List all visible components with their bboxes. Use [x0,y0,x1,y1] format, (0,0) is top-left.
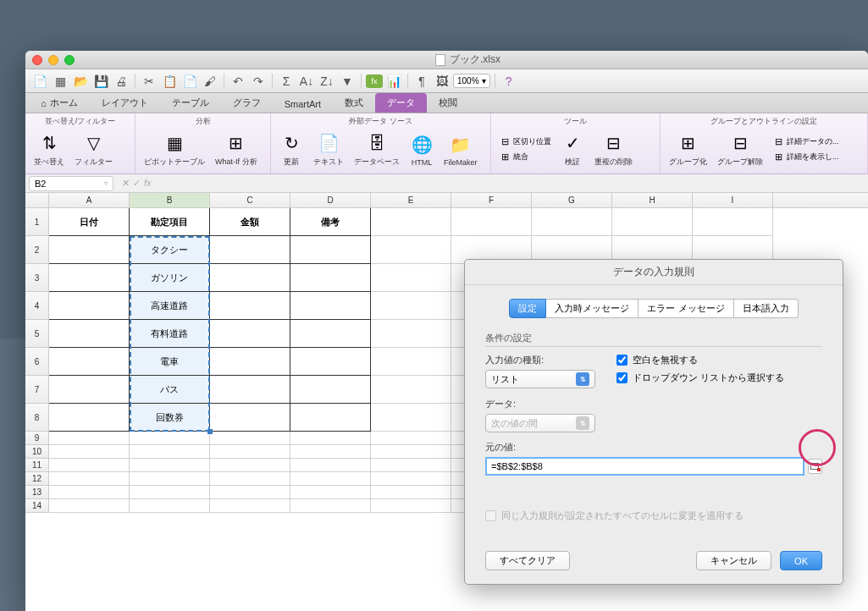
cell[interactable] [371,445,451,459]
clear-all-button[interactable]: すべてクリア [485,551,570,570]
cell[interactable] [49,445,130,459]
new-icon[interactable]: 📄 [30,72,49,91]
filter-button[interactable]: ▽フィルター [71,129,116,169]
cancel-button[interactable]: キャンセル [696,551,771,570]
cell[interactable] [210,348,290,376]
group-button[interactable]: ⊞グループ化 [666,129,710,169]
sort-za-icon[interactable]: Z↓ [318,72,336,91]
cell[interactable] [290,376,371,404]
row-header[interactable]: 1 [25,208,49,236]
cell[interactable] [290,264,371,292]
cell[interactable]: 高速道路 [130,292,210,320]
cell[interactable] [371,472,451,486]
cell[interactable] [49,320,130,348]
cell[interactable] [49,348,130,376]
row-header[interactable]: 13 [25,486,49,499]
format-painter-icon[interactable]: 🖌 [201,72,219,91]
cell[interactable]: 備考 [290,208,371,236]
cell[interactable]: 回数券 [130,404,210,432]
html-button[interactable]: 🌐HTML [406,131,437,168]
cell[interactable] [290,472,371,486]
whatif-button[interactable]: ⊞What-If 分析 [212,129,261,169]
col-header-a[interactable]: A [49,193,130,207]
cancel-formula-icon[interactable]: ✕ [122,178,130,189]
select-all-corner[interactable] [25,193,49,207]
undo-icon[interactable]: ↶ [229,72,247,91]
text-to-columns-button[interactable]: ⊟区切り位置 [496,135,554,149]
cell[interactable] [210,292,290,320]
cell[interactable] [210,486,290,499]
dialog-tab-settings[interactable]: 設定 [509,299,546,318]
dropdown-checkbox[interactable] [616,372,628,383]
cell[interactable]: 勘定項目 [130,208,210,236]
cell[interactable] [371,348,451,376]
help-icon[interactable]: ? [500,72,518,91]
print-icon[interactable]: 🖨 [112,72,130,91]
col-header-i[interactable]: I [693,193,773,207]
cell[interactable] [290,486,371,499]
open-icon[interactable]: 📂 [71,72,90,91]
tab-smartart[interactable]: SmartArt [273,96,333,113]
cell[interactable] [49,236,130,264]
col-header-e[interactable]: E [371,193,451,207]
col-header-g[interactable]: G [532,193,612,207]
cell[interactable]: 電車 [130,348,210,376]
cut-icon[interactable]: ✂ [140,72,158,91]
filter-toolbar-icon[interactable]: ▼ [338,72,357,91]
show-hide-icon[interactable]: ¶ [412,72,431,91]
col-header-d[interactable]: D [290,193,371,207]
col-header-h[interactable]: H [612,193,693,207]
type-select[interactable]: リスト⇅ [485,370,595,388]
tab-chart[interactable]: グラフ [221,93,273,113]
cell[interactable] [290,348,371,376]
pivot-button[interactable]: ▦ピボットテーブル [141,129,208,169]
cell[interactable]: ガソリン [130,264,210,292]
row-header[interactable]: 11 [25,459,49,472]
dialog-tab-ime[interactable]: 日本語入力 [734,299,799,318]
cell[interactable] [210,376,290,404]
cell[interactable] [49,486,130,499]
cell[interactable] [210,320,290,348]
cell[interactable] [371,236,451,264]
cell[interactable] [290,432,371,445]
range-selector-button[interactable] [808,459,822,474]
cell[interactable] [210,236,290,264]
cell[interactable] [130,486,210,499]
cell[interactable] [210,459,290,472]
cell[interactable] [290,459,371,472]
cell[interactable] [371,459,451,472]
cell[interactable] [290,292,371,320]
cell[interactable] [210,404,290,432]
cell[interactable] [371,499,451,513]
cell[interactable] [130,445,210,459]
maximize-button[interactable] [64,55,75,65]
chart-icon[interactable]: 📊 [384,72,403,91]
cell[interactable] [371,208,451,236]
save-icon[interactable]: 💾 [91,72,110,91]
cell[interactable] [371,320,451,348]
hide-detail-button[interactable]: ⊟詳細データの... [770,135,842,149]
cell[interactable] [49,292,130,320]
cell[interactable] [371,432,451,445]
redo-icon[interactable]: ↷ [249,72,268,91]
cell[interactable] [49,432,130,445]
cell[interactable] [130,499,210,513]
filemaker-button[interactable]: 📁FileMaker [440,131,481,168]
source-input[interactable] [485,457,804,476]
sort-button[interactable]: ⇅並べ替え [30,129,68,169]
row-header[interactable]: 6 [25,348,49,376]
col-header-c[interactable]: C [210,193,290,207]
ignore-blank-checkbox[interactable] [616,355,628,366]
cell[interactable] [210,499,290,513]
cell[interactable] [210,472,290,486]
cell[interactable] [210,445,290,459]
tab-table[interactable]: テーブル [160,93,221,113]
row-header[interactable]: 5 [25,320,49,348]
zoom-selector[interactable]: 100%▾ [453,74,490,88]
cell[interactable] [371,376,451,404]
row-header[interactable]: 3 [25,264,49,292]
row-header[interactable]: 4 [25,292,49,320]
cell[interactable] [130,472,210,486]
minimize-button[interactable] [48,55,58,65]
tab-data[interactable]: データ [375,93,427,113]
